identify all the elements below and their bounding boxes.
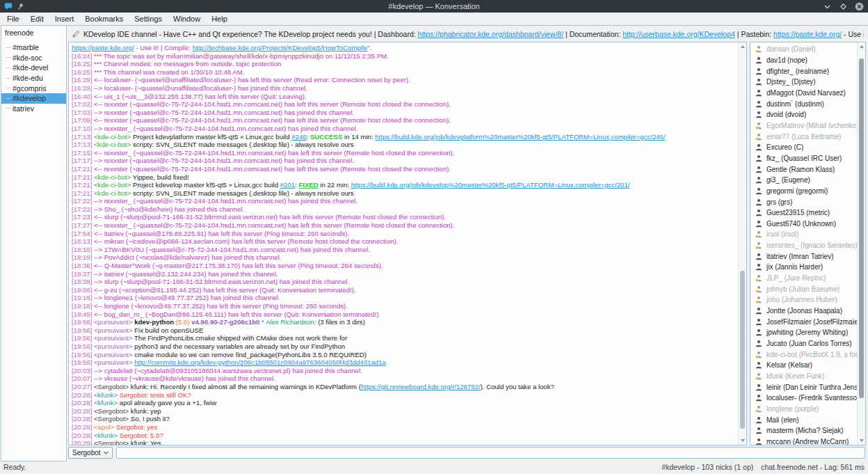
timestamp: [17:23]	[72, 213, 94, 221]
nick-list-item[interactable]: irsol (irsol)	[750, 229, 857, 240]
event-text: *** Channel modes: no messages from outs…	[94, 60, 281, 68]
nick-list-item[interactable]: gregormi (gregormi)	[750, 186, 857, 197]
nick-label: <pursuivant>	[94, 358, 134, 366]
timestamp: [18:13]	[72, 237, 94, 245]
nick-list-item[interactable]: johnyb (Julian Baeume)	[750, 283, 857, 294]
nick-list-item[interactable]: dvoid (dvoid)	[750, 109, 857, 120]
nick-name: Excureo (C)	[766, 143, 803, 151]
scroll-down-icon[interactable]	[739, 436, 746, 445]
nick-list-item[interactable]: mccann (Andrew McCann)	[750, 436, 857, 445]
link[interactable]: https://build.kde.org/job/kdevplatform%2…	[375, 133, 665, 141]
event-text: --> longlene1 (~lenovo@49.77.37.252) has…	[94, 294, 280, 301]
nick-list-item[interactable]: kde-ci-bot (PircBotX 1.9, a fork of ...	[750, 349, 857, 360]
timestamp: [19:06]	[72, 286, 94, 294]
nick-list-item[interactable]: Mali (elen)	[750, 414, 857, 425]
link[interactable]: #201	[280, 181, 295, 189]
user-icon	[755, 78, 762, 86]
nick-scroll-thumb[interactable]	[859, 58, 864, 398]
nick-list-item[interactable]: Gentle (Ramon Klass)	[750, 164, 857, 175]
text-segment: (3 files in 3 dirs)	[318, 318, 365, 326]
sidebar-item-marble[interactable]: #marble	[1, 42, 66, 53]
link[interactable]: https://phabricator.kde.org/dashboard/vi…	[418, 30, 564, 38]
nick-list-item[interactable]: fkz_ (Quassel IRC User)	[750, 153, 857, 164]
scroll-up-icon[interactable]	[739, 42, 746, 51]
nick-list-item[interactable]: grs (grs)	[750, 196, 857, 207]
nick-list-item[interactable]: Guest23915 (metric)	[750, 207, 857, 219]
scroll-down-icon[interactable]	[858, 436, 865, 445]
menu-insert[interactable]: Insert	[49, 14, 80, 24]
menu-edit[interactable]: Edit	[25, 14, 49, 24]
chat-scroll-thumb[interactable]	[740, 271, 745, 429]
menu-settings[interactable]: Settings	[129, 14, 168, 24]
nick-list-item[interactable]: EgorMatirov (Mihail Ivchenko)	[750, 120, 857, 132]
nick-list-item[interactable]: JosefFilzmaier (JosefFilzmaier)	[750, 316, 857, 327]
nick-list-item[interactable]: Djstey_ (Djstey)	[750, 77, 857, 88]
nick-list-item[interactable]: leinir (Dan Leinir Turthra Jensen)	[750, 381, 857, 393]
nick-selector[interactable]: Sergobot	[68, 447, 113, 459]
nick-list-item[interactable]: masterm (Micha? Siejak)	[750, 425, 857, 436]
link[interactable]: https://paste.kde.org/	[773, 30, 842, 38]
maximize-button[interactable]	[839, 2, 848, 11]
edit-topic-icon[interactable]	[72, 30, 80, 38]
sidebar-item-server[interactable]: freenode	[1, 26, 66, 38]
nick-list-item[interactable]: Kelsar (Kelsar)	[750, 360, 857, 371]
nick-scrollbar[interactable]	[857, 42, 865, 445]
sidebar-item-itatriev[interactable]: itatriev	[1, 104, 66, 114]
nick-list-item[interactable]: Jontte (Joonas Haapala)	[750, 306, 857, 317]
timestamp: [20:03]	[72, 367, 94, 374]
user-icon	[755, 89, 762, 97]
nick-list-item[interactable]: longlene (purple)	[750, 404, 857, 415]
sidebar-item-kde-devel[interactable]: #kde-devel	[1, 63, 66, 73]
nick-list-item[interactable]: dansan (Daniel)	[750, 44, 857, 55]
nick-list-item[interactable]: johu (Johannes Huber)	[750, 294, 857, 306]
event-text: <-- rexxster (~quassel@c-75-72-244-104.h…	[94, 116, 451, 124]
menu-bookmarks[interactable]: Bookmarks	[79, 14, 129, 24]
link[interactable]: http://userbase.kde.org/KDevelop4	[622, 30, 735, 38]
minimize-button[interactable]	[823, 2, 832, 11]
close-button[interactable]	[855, 2, 864, 11]
nick-list-item[interactable]: dfighter_ (realname)	[750, 65, 857, 77]
link[interactable]: http://commits.kde.org/kdev-python/206c1…	[134, 358, 386, 366]
timestamp: [17:10]	[72, 125, 94, 132]
nick-list-item[interactable]: itatriev (Imran Tatriev)	[750, 251, 857, 262]
nick-list-item[interactable]: jpwhiting (Jeremy Whiting)	[750, 327, 857, 338]
nick-list-item[interactable]: dustinm` (dustinm)	[750, 98, 857, 109]
chat-line: [19:06] <-- g-zu (~xception@91.195.44.25…	[72, 286, 738, 294]
status-bar: Ready. #kdevelop - 103 nicks (1 op) chat…	[0, 461, 868, 474]
nick-list-item[interactable]: JLP_ (Jure Repinc)	[750, 273, 857, 284]
link[interactable]: https://build.kde.org/job/kdevelop%20mas…	[351, 181, 630, 189]
chat-scrollbar[interactable]	[738, 42, 746, 445]
timestamp: [18:38]	[72, 278, 94, 285]
nick-list-item[interactable]: gi3_ (Eugene)	[750, 175, 857, 186]
sidebar-item-gcompris[interactable]: #gcompris	[1, 83, 66, 93]
nick-list-item[interactable]: einar77 (Luca Beltrame)	[750, 131, 857, 142]
scroll-up-icon[interactable]	[858, 42, 865, 51]
link[interactable]: https://git.reviewboard.kde.org/r/126782…	[361, 383, 481, 390]
sidebar-item-kde-edu[interactable]: #kde-edu	[1, 73, 66, 84]
nick-name: gi3_ (Eugene)	[766, 176, 810, 184]
nick-list-item[interactable]: localuser- (Fredrik Svantesson)	[750, 393, 857, 404]
nick-list-item[interactable]: dav1d (nope)	[750, 55, 857, 66]
nick-list-item[interactable]: kfunk (Kevin Funk)	[750, 371, 857, 382]
nick-list-item[interactable]: Excureo (C)	[750, 142, 857, 153]
menu-file[interactable]: File	[1, 14, 25, 24]
link[interactable]: https://paste.kde.org/	[72, 44, 134, 52]
nick-list-item[interactable]: Jucato (Juan Carlos Torres)	[750, 338, 857, 349]
link[interactable]: http://techbase.kde.org/Projects/KDevelo…	[193, 44, 368, 52]
chat-line: [20:03] --> cytadela8 (~cytadela8@093105…	[72, 367, 738, 375]
menu-help[interactable]: Help	[206, 14, 233, 24]
status-server-info: chat.freenode.net - Lag: 561 ms	[761, 463, 865, 471]
sidebar-item-kde-soc[interactable]: #kde-soc	[1, 53, 66, 63]
text-segment: | Pastebin:	[735, 30, 773, 38]
sidebar-item-kdevelop[interactable]: #kdevelop	[1, 93, 66, 104]
menu-window[interactable]: Window	[168, 14, 206, 24]
message-input[interactable]	[116, 447, 865, 459]
link[interactable]: #246	[291, 133, 306, 141]
nick-list-item[interactable]: dMaggot (David Narvaez)	[750, 88, 857, 99]
timestamp: [16:25]	[72, 68, 94, 76]
text-segment: kfunk: Hi. Recently I fixed almost all t…	[131, 383, 361, 390]
nick-list-item[interactable]: iserantes_ (Ignacio Serantes)	[750, 240, 857, 251]
nick-list-item[interactable]: Guest6740 (Unknown)	[750, 219, 857, 230]
nick-label: <pursuivant>	[94, 334, 134, 342]
nick-list-item[interactable]: jix (Jannis Harder)	[750, 262, 857, 273]
